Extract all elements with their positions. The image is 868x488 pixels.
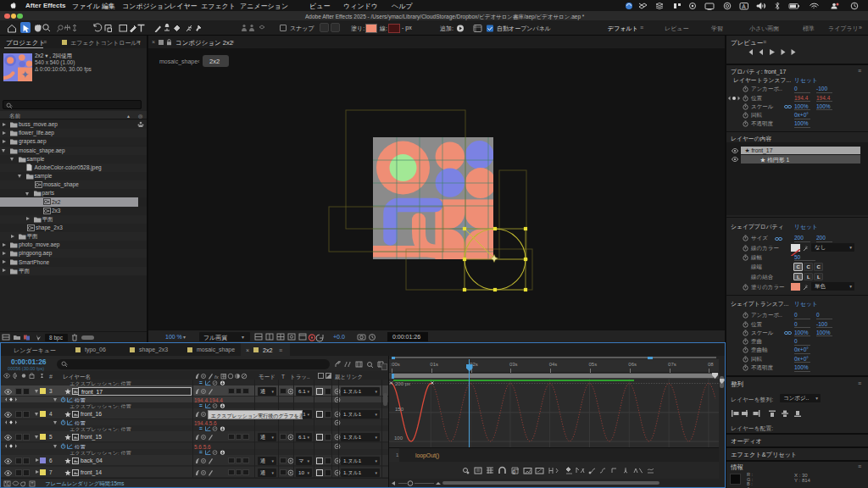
svg-text:Q: Q — [512, 469, 516, 474]
svg-text:#: # — [49, 374, 53, 380]
svg-text:fx: fx — [214, 374, 220, 379]
svg-text:A: A — [742, 3, 746, 8]
